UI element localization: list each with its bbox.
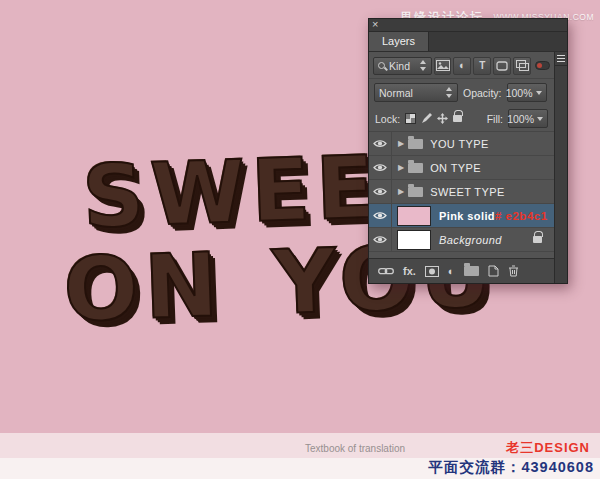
picture-icon	[436, 60, 450, 71]
kind-filter-label: Kind	[389, 60, 410, 72]
eye-icon	[373, 187, 387, 196]
visibility-toggle[interactable]	[369, 204, 392, 227]
adjustment-layer-icon[interactable]: ◐	[448, 266, 455, 277]
close-icon[interactable]: ×	[372, 18, 378, 31]
opacity-label: Opacity:	[463, 87, 502, 99]
kind-filter-dropdown[interactable]: Kind	[373, 57, 432, 75]
tab-layers[interactable]: Layers	[369, 32, 429, 51]
chevron-down-icon	[536, 91, 542, 95]
layer-filter-toggle[interactable]	[535, 61, 550, 70]
layer-name[interactable]: Pink solid	[439, 210, 495, 222]
panel-scrollbar[interactable]	[554, 52, 567, 283]
layer-row-background[interactable]: Background	[369, 228, 554, 252]
layer-mask-icon[interactable]	[425, 266, 439, 277]
layer-thumbnail[interactable]	[397, 230, 431, 250]
panel-footer-toolbar: fx. ◐	[369, 258, 554, 283]
opacity-dropdown[interactable]: 100%	[507, 83, 547, 102]
layer-style-icon[interactable]: fx.	[403, 265, 416, 277]
folder-icon	[408, 163, 423, 173]
layer-row-you-type[interactable]: ▶ YOU TYPE	[369, 132, 554, 156]
panel-titlebar[interactable]: ×	[369, 19, 567, 32]
lock-transparency-icon[interactable]	[405, 113, 416, 124]
new-layer-icon[interactable]	[488, 265, 499, 277]
filter-smart-object-button[interactable]	[513, 57, 531, 75]
credit-bar: Textbook of translation 老三DESIGN 平面交流群：4…	[0, 433, 600, 479]
layer-row-sweet-type[interactable]: ▶ SWEET TYPE	[369, 180, 554, 204]
layer-filter-row: Kind ◐ T	[369, 53, 554, 79]
eye-icon	[373, 139, 387, 148]
eye-icon	[373, 235, 387, 244]
opacity-value: 100%	[506, 87, 533, 99]
lock-brush-icon[interactable]	[421, 113, 432, 124]
eye-icon	[373, 163, 387, 172]
panel-menu-icon	[557, 55, 565, 62]
updown-arrows-icon	[446, 87, 453, 98]
expand-triangle-icon[interactable]: ▶	[398, 163, 404, 172]
layer-name[interactable]: Background	[439, 234, 502, 246]
fill-value: 100%	[507, 113, 534, 125]
visibility-toggle[interactable]	[369, 180, 392, 203]
hex-color-label: # e2b4c1	[495, 210, 548, 222]
blend-mode-value: Normal	[379, 87, 413, 99]
visibility-toggle[interactable]	[369, 132, 392, 155]
delete-layer-icon[interactable]	[508, 265, 519, 277]
translation-note: Textbook of translation	[305, 443, 405, 454]
adjustment-icon: ◐	[459, 60, 466, 71]
canvas: 思缘设计论坛 WWW.MISSYUAN.COM SWEET ON YOU × L…	[0, 0, 600, 479]
updown-arrows-icon	[420, 60, 427, 71]
qq-group-line: 平面交流群：43940608	[428, 458, 594, 477]
filter-shape-layers-button[interactable]	[493, 57, 511, 75]
designer-brand: 老三DESIGN	[506, 439, 590, 457]
layer-row-pink-solid[interactable]: Pink solid # e2b4c1	[369, 204, 554, 228]
layer-name[interactable]: ON TYPE	[430, 162, 481, 174]
folder-icon	[408, 187, 423, 197]
lock-position-icon[interactable]	[437, 113, 448, 124]
shape-icon	[496, 61, 508, 71]
layers-panel: × Layers Kind ◐ T	[368, 18, 568, 284]
new-group-icon[interactable]	[464, 266, 479, 276]
lock-label: Lock:	[375, 113, 400, 125]
layers-list: ▶ YOU TYPE ▶ ON TYPE ▶	[369, 132, 554, 261]
filter-adjustment-layers-button[interactable]: ◐	[453, 57, 471, 75]
fill-group: Fill: 100%	[487, 109, 548, 128]
fill-label: Fill:	[487, 113, 503, 125]
eye-icon	[373, 211, 387, 220]
chevron-down-icon	[537, 117, 543, 121]
panel-menu-button[interactable]	[555, 52, 567, 66]
folder-icon	[408, 139, 423, 149]
filter-pixel-layers-button[interactable]	[434, 57, 452, 75]
visibility-toggle[interactable]	[369, 156, 392, 179]
fill-dropdown[interactable]: 100%	[508, 109, 548, 128]
expand-triangle-icon[interactable]: ▶	[398, 187, 404, 196]
layer-name[interactable]: YOU TYPE	[430, 138, 489, 150]
lock-all-icon[interactable]	[453, 115, 462, 122]
filter-type-layers-button[interactable]: T	[473, 57, 491, 75]
panel-tab-bar: Layers	[369, 32, 567, 52]
link-layers-icon[interactable]	[378, 266, 394, 276]
visibility-toggle[interactable]	[369, 228, 392, 251]
layer-row-on-type[interactable]: ▶ ON TYPE	[369, 156, 554, 180]
blend-row: Normal Opacity: 100%	[369, 79, 554, 106]
panel-body: Kind ◐ T	[369, 53, 554, 283]
layer-name[interactable]: SWEET TYPE	[430, 186, 505, 198]
search-icon	[378, 62, 385, 69]
blend-mode-dropdown[interactable]: Normal	[374, 83, 458, 102]
smart-object-icon	[516, 60, 529, 71]
layer-thumbnail[interactable]	[397, 206, 431, 226]
lock-icon	[533, 236, 542, 243]
expand-triangle-icon[interactable]: ▶	[398, 139, 404, 148]
lock-row: Lock: Fill: 100%	[369, 106, 554, 132]
type-icon: T	[479, 60, 485, 71]
